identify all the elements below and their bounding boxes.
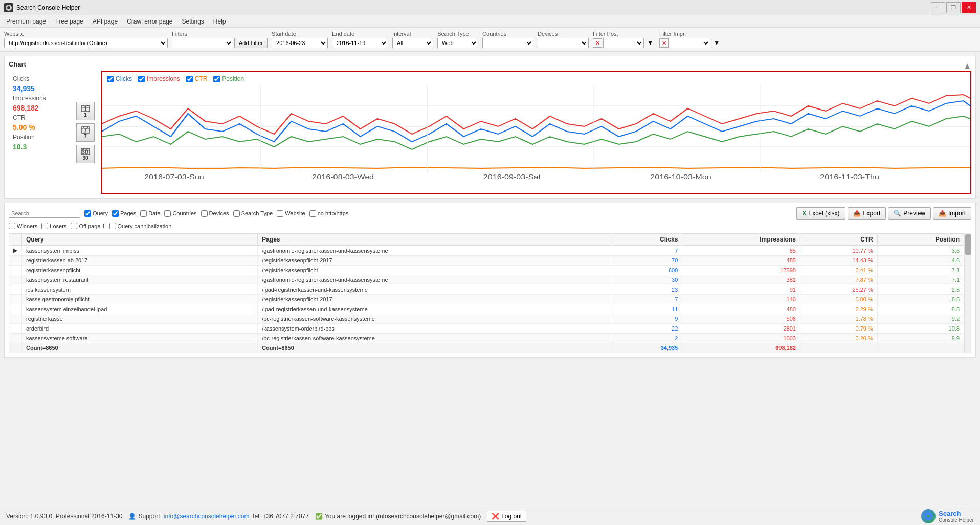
legend-position-checkbox[interactable]	[213, 76, 220, 82]
data-toolbar-row1: Query Pages Date Countries Devices Searc…	[9, 207, 971, 220]
menu-help[interactable]: Help	[209, 16, 230, 27]
row-page: /gastronomie-registrierkassen-und-kassen…	[258, 275, 612, 285]
filter-pos-select[interactable]	[603, 38, 644, 48]
th-query[interactable]: Query	[22, 234, 258, 246]
row-page: /gastronomie-registrierkassen-und-kassen…	[258, 246, 612, 256]
off-page1-checkbox-group: Off page 1	[71, 223, 105, 229]
query-cannibalization-checkbox-group: Query cannibalization	[109, 223, 172, 229]
th-impressions[interactable]: Impressions	[682, 234, 800, 246]
close-button[interactable]: ✕	[962, 2, 976, 13]
table-row[interactable]: ▶ kassensystem imbiss /gastronomie-regis…	[9, 246, 964, 256]
devices-select[interactable]	[538, 38, 589, 48]
filter-pos-label: Filter Pos.	[593, 31, 655, 37]
row-ctr: 10.77 %	[800, 246, 877, 256]
svg-text:7: 7	[84, 127, 87, 134]
table-scrollbar[interactable]	[964, 233, 971, 353]
table-row[interactable]: kassensystem restaurant /gastronomie-reg…	[9, 275, 964, 285]
interval-1-button[interactable]: 1 1	[76, 102, 95, 120]
devices-checkbox[interactable]	[201, 210, 208, 217]
filter-pos-control: ✕ ▼	[593, 38, 655, 48]
losers-checkbox[interactable]	[41, 223, 48, 229]
legend-clicks-checkbox[interactable]	[107, 76, 114, 82]
pages-checkbox[interactable]	[112, 210, 119, 217]
filter-pos-clear[interactable]: ✕	[593, 38, 602, 48]
table-row[interactable]: kasse gastronomie pflicht /registrierkas…	[9, 295, 964, 304]
website-checkbox[interactable]	[277, 210, 283, 217]
export-icon: 📤	[853, 210, 861, 217]
off-page1-checkbox[interactable]	[71, 223, 77, 229]
countries-select[interactable]	[482, 38, 533, 48]
query-label: Query	[93, 210, 108, 216]
table-row[interactable]: ios kassensystem /ipad-registrierkassen-…	[9, 285, 964, 295]
filter-impr-select[interactable]	[670, 38, 710, 48]
pages-label: Pages	[120, 210, 136, 216]
countries-checkbox-group: Countries	[164, 210, 196, 217]
interval-label: Interval	[392, 31, 433, 37]
chart-title: Chart	[9, 60, 26, 68]
search-type-select[interactable]: Web	[437, 38, 478, 48]
filters-group: Filters Add Filter	[172, 31, 268, 48]
export-button[interactable]: 📤 Export	[848, 207, 886, 220]
filters-select[interactable]	[172, 38, 233, 48]
menu-free-page[interactable]: Free page	[51, 16, 87, 27]
table-row[interactable]: orderbird /kassensystem-orderbird-pos 22…	[9, 324, 964, 334]
interval-30-button[interactable]: 30 30	[76, 145, 95, 163]
menu-premium-page[interactable]: Premium page	[2, 16, 50, 27]
row-ctr: 3.41 %	[800, 266, 877, 275]
logout-button[interactable]: ❌ Log out	[487, 511, 526, 522]
row-arrow	[9, 275, 22, 285]
date-checkbox[interactable]	[140, 210, 147, 217]
legend-ctr-checkbox[interactable]	[186, 76, 193, 82]
menu-settings[interactable]: Settings	[178, 16, 208, 27]
end-date-select[interactable]: 2016-11-19	[332, 38, 388, 48]
row-query: ios kassensystem	[22, 285, 258, 295]
row-impressions: 506	[682, 314, 800, 324]
legend-impressions-checkbox[interactable]	[138, 76, 145, 82]
th-clicks[interactable]: Clicks	[612, 234, 682, 246]
row-query: kassensystem einzelhandel ipad	[22, 304, 258, 314]
search-type-checkbox[interactable]	[233, 210, 240, 217]
no-http-checkbox[interactable]	[309, 210, 316, 217]
minimize-button[interactable]: ─	[931, 2, 945, 13]
start-date-select[interactable]: 2016-06-23	[272, 38, 328, 48]
table-row[interactable]: kassensysteme software /pc-registrierkas…	[9, 334, 964, 343]
row-clicks: 11	[612, 304, 682, 314]
preview-icon: 🔍	[894, 210, 901, 217]
import-button[interactable]: 📥 Import	[933, 207, 971, 220]
search-input[interactable]	[9, 209, 80, 218]
row-ctr: 25.27 %	[800, 285, 877, 295]
table-row[interactable]: registrierkassen ab 2017 /registrierkass…	[9, 256, 964, 266]
row-query: registrierkassen ab 2017	[22, 256, 258, 266]
restore-button[interactable]: ❐	[946, 2, 961, 13]
filter-pos-icon: ▼	[645, 38, 655, 48]
row-clicks: 30	[612, 275, 682, 285]
preview-button[interactable]: 🔍 Preview	[888, 207, 931, 220]
interval-7-button[interactable]: 7 7	[76, 123, 95, 142]
add-filter-button[interactable]: Add Filter	[234, 38, 268, 48]
menu-api-page[interactable]: API page	[88, 16, 122, 27]
winners-checkbox[interactable]	[9, 223, 15, 229]
chart-scroll-up[interactable]: ▲	[963, 61, 971, 71]
interval-select[interactable]: All	[392, 38, 433, 48]
table-row[interactable]: registrierkassenpflicht /registrierkasse…	[9, 266, 964, 275]
query-checkbox[interactable]	[84, 210, 91, 217]
excel-button[interactable]: X Excel (xlsx)	[796, 207, 845, 220]
menu-crawl-error-page[interactable]: Crawl error page	[123, 16, 176, 27]
filter-impr-clear[interactable]: ✕	[659, 38, 669, 48]
filters-control: Add Filter	[172, 38, 268, 48]
th-ctr[interactable]: CTR	[800, 234, 877, 246]
th-pages[interactable]: Pages	[258, 234, 612, 246]
countries-checkbox[interactable]	[164, 210, 171, 217]
website-select[interactable]: http://registrierkassen-test.info/ (Onli…	[4, 38, 168, 48]
th-position[interactable]: Position	[877, 234, 964, 246]
table-row[interactable]: registrierkasse /pc-registrierkassen-sof…	[9, 314, 964, 324]
scrollbar-thumb[interactable]	[965, 234, 971, 255]
table-row[interactable]: kassensystem einzelhandel ipad /ipad-reg…	[9, 304, 964, 314]
query-cannibalization-checkbox[interactable]	[109, 223, 116, 229]
support-email[interactable]: info@searchconsolehelper.com	[164, 513, 250, 520]
row-position: 3.6	[877, 246, 964, 256]
devices-control	[538, 38, 589, 48]
window-controls: ─ ❐ ✕	[931, 2, 976, 13]
row-arrow	[9, 266, 22, 275]
svg-text:2016-10-03-Mon: 2016-10-03-Mon	[650, 173, 711, 180]
